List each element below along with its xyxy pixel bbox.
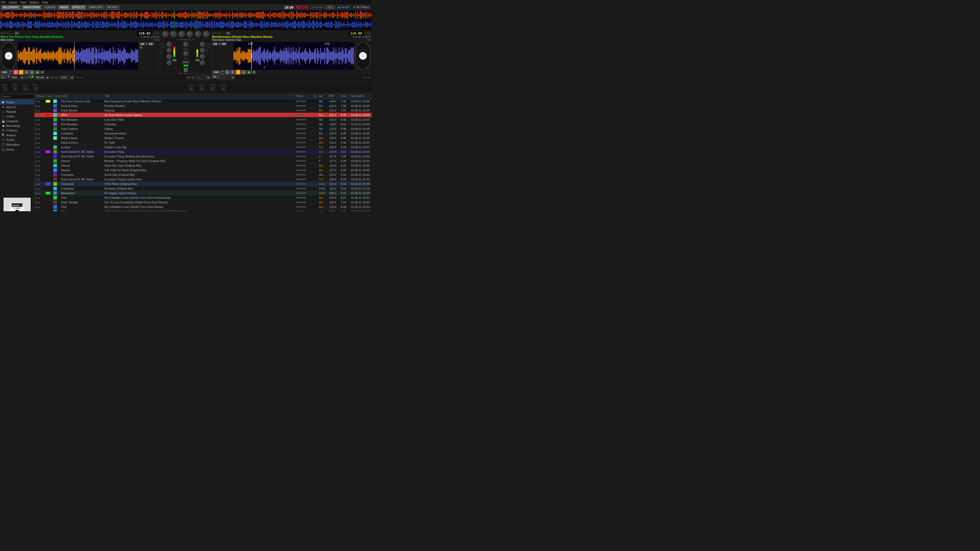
track-row[interactable]: ▶ ▶Two Door Cinema ClubBad Decisions (Pu… <box>35 99 372 103</box>
track-preview-16[interactable]: ▶ ▶ <box>35 173 45 176</box>
sidebar-item-analyze[interactable]: 🔍 Analyze <box>0 133 34 138</box>
track-rating-15[interactable] <box>295 169 313 171</box>
aux-4-add[interactable]: + <box>221 86 226 91</box>
track-rating-17[interactable] <box>295 179 313 180</box>
fx-left-on3[interactable] <box>30 76 33 79</box>
track-preview-1[interactable]: ▶ ▶ <box>35 104 45 107</box>
aux-3-add[interactable]: + <box>210 86 215 91</box>
toolbar-samplers[interactable]: SAMPLERS <box>87 5 104 10</box>
col-header-duration[interactable]: Durat <box>339 95 349 97</box>
mixer-gain-right[interactable] <box>200 60 205 65</box>
col-header-cover[interactable]: Cover <box>53 95 60 97</box>
track-rating-5[interactable] <box>295 124 313 125</box>
sidebar-item-crates[interactable]: □ Crates <box>0 114 34 119</box>
track-rating-0[interactable] <box>295 100 313 102</box>
track-rating-3[interactable] <box>295 114 313 116</box>
rec-button[interactable]: REC <box>326 5 335 9</box>
toolbar-4decks[interactable]: 4 DECKS <box>43 5 57 10</box>
track-preview-12[interactable]: ▶ ▶ <box>35 155 45 158</box>
track-row[interactable]: ▶ ▶Ron BasejamLove Don't Wait Db115.05:4… <box>35 118 372 122</box>
track-row[interactable]: ▶ ▶CrackazatFly Away (Original Mix) F#/G… <box>35 186 372 191</box>
mixer-eq-mid-left[interactable] <box>167 48 172 53</box>
mic-1-add[interactable]: + <box>3 86 7 91</box>
sidebar-item-history[interactable]: ⏱ 5 History <box>0 128 34 133</box>
track-rating-6[interactable] <box>295 128 313 130</box>
on-air-button[interactable]: ◉ ON AIR <box>336 6 351 9</box>
deck-left-prev[interactable]: ◀ <box>9 70 13 74</box>
crossfader-handle[interactable] <box>184 68 188 72</box>
track-row[interactable]: ▶ ▶Deep & DiscoSo Tight Am112.07:4003.06… <box>35 140 372 145</box>
track-rating-7[interactable] <box>295 133 313 134</box>
deck-right-arrows2[interactable]: ▶▶ <box>221 42 227 45</box>
mixer-knob-3[interactable] <box>195 31 201 37</box>
col-header-cue[interactable]: C♦ <box>312 95 318 97</box>
menu-library[interactable]: Library <box>9 1 18 4</box>
track-rating-10[interactable] <box>295 146 313 148</box>
track-row[interactable]: ▶ ▶Ron BasejamSomeday Ab118.05:4103.06.2… <box>35 122 372 127</box>
mixer-eq-mid-right[interactable] <box>200 48 205 53</box>
track-preview-21[interactable]: ▶ ▶ <box>35 196 45 199</box>
track-preview-11[interactable]: ▶ ▶ <box>35 150 45 153</box>
mixer-eq-hi-left[interactable] <box>167 42 172 47</box>
track-rating-16[interactable] <box>295 174 313 176</box>
track-preview-4[interactable]: ▶ ▶ <box>35 118 45 121</box>
fx-right-on[interactable] <box>187 76 190 79</box>
track-rating-9[interactable] <box>295 142 313 143</box>
track-row[interactable]: ▶ ▶Frank BookerCosmos Bm115.07:0703.06.2… <box>35 108 372 113</box>
fx-left-on2[interactable] <box>5 76 8 79</box>
deck-right-loop-size[interactable]: 4 <box>218 42 221 45</box>
track-row[interactable]: ▶ ▶CrackazatSome Day (Original Mix) Db..… <box>35 172 372 177</box>
fx-left-toggle2[interactable] <box>25 76 29 79</box>
track-row[interactable]: ▶ ▶DemuirDisco Ain't Jack (Original Mix)… <box>35 163 372 168</box>
sidebar-item-itunes[interactable]: ♫ iTunes <box>0 138 34 142</box>
track-rating-4[interactable] <box>295 119 313 121</box>
mixer-knob-2[interactable] <box>170 31 177 37</box>
deck-right-flip[interactable]: ⟲ <box>252 71 256 74</box>
col-header-color[interactable]: Color <box>45 95 53 97</box>
track-preview-9[interactable]: ▶ ▶ <box>35 141 45 144</box>
track-preview-5[interactable]: ▶ ▶ <box>35 123 45 126</box>
track-preview-13[interactable]: ▶ ▶ <box>35 159 45 162</box>
deck-left-arrows[interactable]: ◀◀ <box>140 42 145 45</box>
track-rating-18[interactable] <box>295 183 313 185</box>
aux-1-add[interactable]: + <box>189 86 194 91</box>
track-row[interactable]: ▶ ▶CrackazatI'll Be There (Original Mix)… <box>35 182 372 186</box>
deck-right-sync[interactable]: SYNC <box>365 32 371 35</box>
track-preview-24[interactable]: ▶ ▶ <box>35 210 45 211</box>
deck-left-arrows2[interactable]: ▶▶ <box>148 42 154 45</box>
deck-left-sync[interactable]: SYNC <box>153 32 159 35</box>
track-preview-19[interactable]: ▶ ▶ <box>35 187 45 190</box>
track-preview-20[interactable]: ▶ ▶ <box>35 192 45 195</box>
mixer-eq-hi-right[interactable] <box>200 42 205 47</box>
track-row[interactable]: ▶ ▶LovebirdsDonwanchooback Db120.06:0603… <box>35 131 372 136</box>
fx-right-chain1[interactable]: --- <box>195 75 210 80</box>
track-preview-10[interactable]: ▶ ▶ <box>35 146 45 149</box>
deck-right-prev[interactable]: ◀ <box>221 70 224 74</box>
fx-left-chain1[interactable]: Filter <box>9 75 24 80</box>
track-row[interactable]: ▶ ▶Martin HayesBobby's Theme Am105.06:08… <box>35 136 372 140</box>
crossfader[interactable] <box>177 68 195 71</box>
track-preview-17[interactable]: ▶ ▶ <box>35 178 45 181</box>
deck-left-flip[interactable]: ⟲ <box>41 71 44 74</box>
fx-left-chain2[interactable]: Reverb <box>34 75 50 80</box>
track-rating-13[interactable] <box>295 160 313 162</box>
sidebar-item-recordings[interactable]: ⏺ Recordings <box>0 124 34 128</box>
fx-right-chain2[interactable]: --- <box>220 75 235 80</box>
toolbar-waveforms[interactable]: WAVEFORMS <box>22 5 41 10</box>
mixer-split-btn[interactable]: SPLIT <box>182 61 189 64</box>
search-input[interactable] <box>1 94 35 99</box>
col-header-bpm[interactable]: BPM <box>328 95 339 97</box>
deck-left-cue-button[interactable]: CUE <box>0 70 8 74</box>
track-rating-1[interactable] <box>295 105 313 106</box>
track-preview-0[interactable]: ▶ ▶ <box>35 100 45 103</box>
col-header-title[interactable]: Title <box>104 95 294 97</box>
track-preview-15[interactable]: ▶ ▶ <box>35 168 45 171</box>
track-row[interactable]: ▶ ▶Scott Garcia Ft. MC StylesA London Th… <box>35 177 372 182</box>
fx-left-toggle3[interactable] <box>51 76 54 79</box>
sidebar-item-tracks[interactable]: ▶ Tracks <box>0 100 34 105</box>
menu-help[interactable]: Help <box>42 1 48 4</box>
menu-file[interactable]: File <box>1 1 6 4</box>
col-header-date[interactable]: Date Added <box>349 95 371 97</box>
mixer-knob-4[interactable] <box>203 31 209 37</box>
fx-left-chain3[interactable]: Echo <box>59 75 74 80</box>
